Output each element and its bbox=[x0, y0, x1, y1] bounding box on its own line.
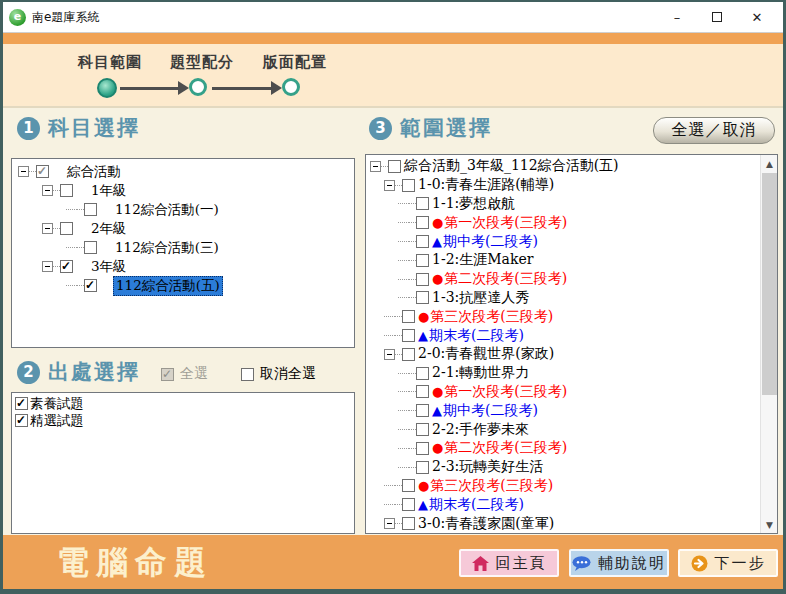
tree-row[interactable]: 1-3:抗壓達人秀 bbox=[370, 289, 777, 308]
close-button[interactable]: ✕ bbox=[737, 2, 777, 32]
tree-label[interactable]: 1年級 bbox=[89, 182, 129, 200]
tree-checkbox[interactable] bbox=[36, 165, 49, 178]
tree-checkbox[interactable] bbox=[84, 241, 97, 254]
deselect-all-checkbox-box[interactable] bbox=[241, 368, 254, 381]
tree-row[interactable]: ●第二次段考(三段考) bbox=[370, 439, 777, 458]
tree-label[interactable]: 2-0:青春觀世界(家政) bbox=[416, 345, 556, 363]
help-button[interactable]: 輔助說明 bbox=[569, 549, 669, 577]
tree-label[interactable]: 綜合活動 bbox=[65, 163, 123, 181]
tree-row[interactable]: 1-2:生涯Maker bbox=[370, 251, 777, 270]
tree-row[interactable]: 112綜合活動(五) bbox=[12, 276, 354, 295]
tree-row[interactable]: 綜合活動 bbox=[12, 162, 354, 181]
expand-toggle-icon[interactable] bbox=[42, 223, 53, 234]
tree-row[interactable]: ●第一次段考(三段考) bbox=[370, 213, 777, 232]
tree-checkbox[interactable] bbox=[84, 203, 97, 216]
tree-label[interactable]: 2-3:玩轉美好生活 bbox=[430, 458, 545, 476]
tree-checkbox[interactable] bbox=[416, 385, 429, 398]
tree-label[interactable]: ▲期末考(二段考) bbox=[416, 327, 526, 345]
tree-checkbox[interactable] bbox=[416, 367, 429, 380]
tree-checkbox[interactable] bbox=[416, 423, 429, 436]
tree-row[interactable]: 綜合活動_3年級_112綜合活動(五) bbox=[370, 157, 777, 176]
expand-toggle-icon[interactable] bbox=[384, 518, 395, 529]
tree-label[interactable]: ●第三次段考(三段考) bbox=[416, 308, 555, 326]
tree-row[interactable]: ●第三次段考(三段考) bbox=[370, 307, 777, 326]
select-all-checkbox-box[interactable] bbox=[161, 368, 174, 381]
tree-checkbox[interactable] bbox=[402, 310, 415, 323]
source-list-item[interactable]: 素養試題 bbox=[15, 395, 351, 412]
tree-label[interactable]: ●第二次段考(三段考) bbox=[430, 270, 569, 288]
tree-label[interactable]: 2-2:手作夢未來 bbox=[430, 421, 531, 439]
tree-checkbox[interactable] bbox=[416, 197, 429, 210]
tree-label[interactable]: 1-1:夢想啟航 bbox=[430, 195, 517, 213]
tree-label[interactable]: 112綜合活動(三) bbox=[113, 239, 221, 257]
tree-label[interactable]: 1-0:青春生涯路(輔導) bbox=[416, 176, 556, 194]
tree-label[interactable]: 3年級 bbox=[89, 258, 129, 276]
tree-row[interactable]: ▲期末考(二段考) bbox=[370, 495, 777, 514]
tree-checkbox[interactable] bbox=[388, 160, 401, 173]
tree-label[interactable]: 1-3:抗壓達人秀 bbox=[430, 289, 531, 307]
tree-row[interactable]: 112綜合活動(三) bbox=[12, 238, 354, 257]
tree-checkbox[interactable] bbox=[84, 279, 97, 292]
minimize-button[interactable]: – bbox=[657, 2, 697, 32]
tree-checkbox[interactable] bbox=[402, 348, 415, 361]
step-dot-2[interactable] bbox=[189, 78, 207, 96]
step-dot-1[interactable] bbox=[97, 78, 117, 98]
tree-row[interactable]: ▲期末考(二段考) bbox=[370, 326, 777, 345]
tree-checkbox[interactable] bbox=[60, 260, 73, 273]
tree-label[interactable]: 綜合活動_3年級_112綜合活動(五) bbox=[402, 157, 621, 175]
maximize-button[interactable] bbox=[697, 2, 737, 32]
tree-label[interactable]: ▲期中考(二段考) bbox=[430, 233, 540, 251]
tree-checkbox[interactable] bbox=[416, 254, 429, 267]
tree-row[interactable]: 2-3:玩轉美好生活 bbox=[370, 458, 777, 477]
tree-label[interactable]: 3-0:青春護家園(童軍) bbox=[416, 515, 556, 533]
tree-checkbox[interactable] bbox=[416, 235, 429, 248]
tree-row[interactable]: 2年級 bbox=[12, 219, 354, 238]
tree-label[interactable]: 2-1:轉動世界力 bbox=[430, 364, 531, 382]
tree-row[interactable]: 1-1:夢想啟航 bbox=[370, 195, 777, 214]
scroll-down-icon[interactable]: ▼ bbox=[761, 516, 778, 533]
tree-checkbox[interactable] bbox=[402, 479, 415, 492]
source-checkbox[interactable] bbox=[15, 397, 28, 410]
tree-label[interactable]: ●第一次段考(三段考) bbox=[430, 383, 569, 401]
step-dot-3[interactable] bbox=[282, 78, 300, 96]
tree-row[interactable]: 3-0:青春護家園(童軍) bbox=[370, 514, 777, 533]
tree-label[interactable]: 2年級 bbox=[89, 220, 129, 238]
tree-checkbox[interactable] bbox=[60, 184, 73, 197]
scroll-up-icon[interactable]: ▲ bbox=[761, 155, 778, 172]
vertical-scrollbar[interactable]: ▲ ▼ bbox=[760, 155, 777, 533]
expand-toggle-icon[interactable] bbox=[384, 180, 395, 191]
deselect-all-checkbox[interactable]: 取消全選 bbox=[241, 365, 316, 383]
tree-row[interactable]: ●第二次段考(三段考) bbox=[370, 270, 777, 289]
source-checkbox[interactable] bbox=[15, 414, 28, 427]
tree-label[interactable]: 112綜合活動(五) bbox=[113, 276, 223, 296]
tree-row[interactable]: ●第三次段考(三段考) bbox=[370, 477, 777, 496]
home-button[interactable]: 回主頁 bbox=[459, 549, 559, 577]
tree-checkbox[interactable] bbox=[416, 291, 429, 304]
expand-toggle-icon[interactable] bbox=[18, 166, 29, 177]
tree-checkbox[interactable] bbox=[416, 216, 429, 229]
next-step-button[interactable]: 下一步 bbox=[678, 549, 778, 577]
tree-row[interactable]: ▲期中考(二段考) bbox=[370, 401, 777, 420]
expand-toggle-icon[interactable] bbox=[370, 161, 381, 172]
tree-row[interactable]: 1-0:青春生涯路(輔導) bbox=[370, 176, 777, 195]
tree-checkbox[interactable] bbox=[60, 222, 73, 235]
tree-label[interactable]: ●第三次段考(三段考) bbox=[416, 477, 555, 495]
tree-checkbox[interactable] bbox=[416, 461, 429, 474]
expand-toggle-icon[interactable] bbox=[42, 261, 53, 272]
select-toggle-button[interactable]: 全選／取消 bbox=[653, 117, 775, 144]
tree-label[interactable]: ▲期末考(二段考) bbox=[416, 496, 526, 514]
source-list-item[interactable]: 精選試題 bbox=[15, 412, 351, 429]
expand-toggle-icon[interactable] bbox=[384, 349, 395, 360]
tree-label[interactable]: 1-2:生涯Maker bbox=[430, 251, 535, 269]
tree-row[interactable]: 2-2:手作夢未來 bbox=[370, 420, 777, 439]
tree-row[interactable]: 3年級 bbox=[12, 257, 354, 276]
tree-checkbox[interactable] bbox=[416, 404, 429, 417]
tree-label[interactable]: ▲期中考(二段考) bbox=[430, 402, 540, 420]
tree-label[interactable]: ●第一次段考(三段考) bbox=[430, 214, 569, 232]
tree-checkbox[interactable] bbox=[402, 179, 415, 192]
tree-checkbox[interactable] bbox=[416, 273, 429, 286]
tree-checkbox[interactable] bbox=[402, 498, 415, 511]
tree-row[interactable]: ▲期中考(二段考) bbox=[370, 232, 777, 251]
tree-checkbox[interactable] bbox=[416, 442, 429, 455]
tree-row[interactable]: 2-0:青春觀世界(家政) bbox=[370, 345, 777, 364]
